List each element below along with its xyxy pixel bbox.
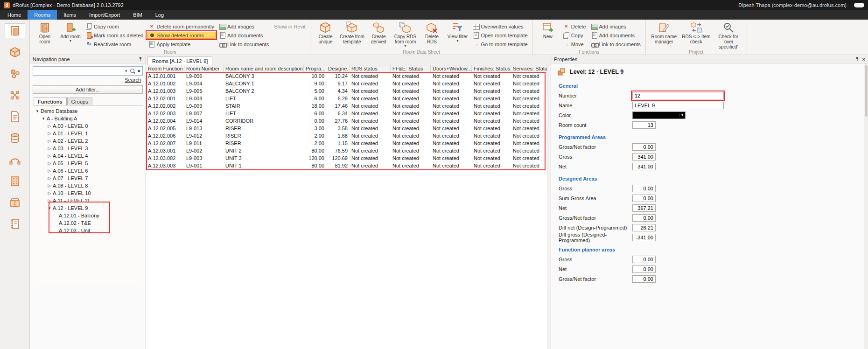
module-building-icon[interactable]	[5, 174, 25, 188]
delete-function-button[interactable]: ×Delete	[562, 23, 588, 30]
column-header-finishes-status[interactable]: Finishes: Status	[472, 65, 511, 72]
collapse-toggle-icon[interactable]: ▾	[41, 116, 46, 121]
room-count-input[interactable]	[632, 121, 656, 129]
copy-function-button[interactable]: Copy	[562, 32, 588, 39]
tree-item-a-10-level-10[interactable]: ▷A.10 - LEVEL 10	[33, 189, 143, 197]
diff-gross-designed-programmed-input[interactable]	[632, 234, 656, 241]
tree-item-a-04-level-4[interactable]: ▷A.04 - LEVEL 4	[33, 152, 143, 160]
module-package-icon[interactable]	[5, 195, 25, 210]
gross-net-factor-input[interactable]	[632, 143, 656, 151]
table-row-a-12-03-001[interactable]: A.12.03.001L9-002UNIT 280.0076.59Not cre…	[146, 147, 551, 155]
tree-item-a-01-level-1[interactable]: ▷A.01 - LEVEL 1	[33, 130, 143, 137]
create-derived-button[interactable]: Create derived	[367, 21, 390, 45]
column-header-ff-e-status[interactable]: FF&E: Status	[391, 65, 431, 72]
color-field[interactable]: ▾	[632, 112, 686, 119]
open-room-button[interactable]: Open room	[33, 21, 56, 45]
table-row-a-12-01-003[interactable]: A.12.01.003L9-005BALCONY 25.004.34Not cr…	[146, 88, 551, 95]
table-row-a-12-02-003[interactable]: A.12.02.003L9-007LIFT6.006.34Not created…	[146, 110, 551, 118]
search-options-chevron-icon[interactable]: ▾	[125, 69, 127, 73]
add-filter-button[interactable]: Add filter...	[33, 85, 143, 94]
rooms-level9-tab[interactable]: Rooms [A.12 - LEVEL 9]	[147, 56, 212, 65]
expand-toggle-icon[interactable]: ▷	[47, 154, 52, 158]
collapse-toggle-icon[interactable]: ▾	[35, 109, 40, 113]
module-cable-icon[interactable]	[5, 152, 25, 167]
module-notebook-icon[interactable]	[5, 216, 25, 231]
tree-item-a-building-a[interactable]: ▾A - Building A	[33, 115, 143, 122]
minimize-button[interactable]	[854, 3, 864, 7]
table-row-a-12-01-002[interactable]: A.12.01.002L9-004BALCONY 19.009.17Not cr…	[146, 80, 551, 88]
table-row-a-12-02-005[interactable]: A.12.02.005L9-013RISER3.003.58Not create…	[146, 125, 551, 133]
module-spheres-icon[interactable]	[5, 66, 25, 81]
column-header-room-name-and-room-description[interactable]: Room name and room description	[224, 65, 304, 72]
gross-input[interactable]	[632, 153, 656, 161]
tab-groups[interactable]: Groups	[67, 98, 92, 105]
room-name-manager-button[interactable]: Room name manager	[649, 21, 679, 45]
column-header-room-function[interactable]: Room Function #:	[146, 65, 184, 72]
tree-item-a-06-level-6[interactable]: ▷A.06 - LEVEL 6	[33, 167, 143, 174]
create-from-template-button[interactable]: Create from template	[339, 21, 364, 45]
diff-net-design-programmed-input[interactable]	[632, 224, 656, 231]
functions-add-documents-button[interactable]: Add documents	[590, 32, 642, 39]
expand-toggle-icon[interactable]: ▷	[47, 161, 52, 166]
table-vertical-scrollbar[interactable]	[547, 66, 551, 349]
show-in-revit-button[interactable]: Show in Revit	[273, 23, 307, 30]
scrollbar-thumb[interactable]	[865, 65, 868, 117]
tree-item-a-07-level-7[interactable]: ▷A.07 - LEVEL 7	[33, 174, 143, 182]
column-header-doors-window[interactable]: Doors+Window...	[431, 65, 472, 72]
expand-toggle-icon[interactable]: ▷	[47, 146, 52, 151]
delete-rds-button[interactable]: Delete RDS	[420, 21, 443, 45]
tree-item-a-12-02-t-e[interactable]: A.12.02 - T&E	[33, 219, 143, 227]
tree-item-a-00-level-0[interactable]: ▷A.00 - LEVEL 0	[33, 122, 143, 130]
expand-toggle-icon[interactable]: ▷	[47, 131, 52, 136]
gross-net-factor-input[interactable]	[632, 275, 656, 283]
overwritten-values-button[interactable]: Overwritten values	[471, 23, 529, 30]
pin-icon[interactable]	[138, 56, 143, 62]
move-function-button[interactable]: →Move	[562, 41, 588, 48]
tab-log[interactable]: Log	[149, 10, 170, 20]
collapse-toggle-icon[interactable]: ▾	[47, 206, 52, 210]
expand-toggle-icon[interactable]: ▷	[47, 176, 52, 181]
expand-toggle-icon[interactable]: ▷	[47, 168, 52, 173]
gross-input[interactable]	[632, 185, 656, 192]
column-header-progra[interactable]: Progra...	[304, 65, 326, 72]
apply-template-button[interactable]: Apply template	[147, 41, 216, 48]
view-filter-button[interactable]: View filter ▾	[446, 21, 469, 43]
tree-item-a-11-level-11[interactable]: ▷A.11 - LEVEL 11	[33, 197, 143, 204]
tab-bim[interactable]: BIM	[126, 10, 149, 20]
functions-add-images-button[interactable]: Add images	[590, 23, 642, 30]
tree-item-a-03-level-3[interactable]: ▷A.03 - LEVEL 3	[33, 145, 143, 152]
create-unique-button[interactable]: Create unique	[314, 21, 337, 45]
module-document-icon[interactable]	[5, 109, 25, 124]
copy-room-button[interactable]: Copy room	[84, 23, 145, 30]
tree-item-a-02-level-2[interactable]: ▷A.02 - LEVEL 2	[33, 137, 143, 145]
search-link[interactable]: Search	[33, 77, 141, 83]
check-over-specified-button[interactable]: Check for 'over specified'	[714, 21, 743, 50]
tab-home[interactable]: Home	[1, 10, 28, 20]
add-room-button[interactable]: Add room ▾	[59, 21, 82, 43]
pin-icon[interactable]	[855, 56, 860, 62]
tab-functions[interactable]: Functions	[34, 98, 67, 105]
table-row-a-12-02-004[interactable]: A.12.02.004L9-014CORRIDOR0.0027.76Not cr…	[146, 118, 551, 125]
mark-room-as-deleted-button[interactable]: Mark room as deleted	[84, 32, 145, 39]
gross-net-factor-input[interactable]	[632, 214, 656, 222]
show-deleted-rooms-button[interactable]: ⊗Show deleted rooms	[147, 32, 216, 39]
link-to-documents-button[interactable]: Link to documents	[218, 41, 270, 48]
table-row-a-12-02-001[interactable]: A.12.02.001L9-008LIFT6.006.29Not created…	[146, 95, 551, 103]
gross-input[interactable]	[632, 256, 656, 263]
tree-item-a-08-level-8[interactable]: ▷A.08 - LEVEL 8	[33, 182, 143, 189]
tree-item-demo-database[interactable]: ▾Demo Database	[33, 107, 143, 115]
clear-search-icon[interactable]: ×	[138, 68, 140, 74]
net-input[interactable]	[632, 204, 656, 212]
delete-room-permanently-button[interactable]: ×Delete room permanently	[147, 23, 216, 30]
search-input[interactable]	[35, 68, 123, 74]
tree-item-a-12-01-balcony[interactable]: A.12.01 - Balcony	[33, 212, 143, 219]
tree-item-a-12-03-unit[interactable]: A.12.03 - Unit	[33, 227, 143, 234]
module-database-icon[interactable]	[5, 131, 25, 146]
expand-toggle-icon[interactable]: ▷	[47, 124, 52, 128]
column-header-rds-status[interactable]: RDS status	[350, 65, 391, 72]
functions-link-to-documents-button[interactable]: Link to documents	[590, 41, 642, 48]
properties-vertical-scrollbar[interactable]	[864, 63, 868, 349]
search-icon[interactable]	[130, 68, 135, 74]
table-row-a-12-02-007[interactable]: A.12.02.007L9-011RISER2.001.15Not create…	[146, 140, 551, 147]
column-header-services-status[interactable]: Services: Status	[511, 65, 547, 72]
